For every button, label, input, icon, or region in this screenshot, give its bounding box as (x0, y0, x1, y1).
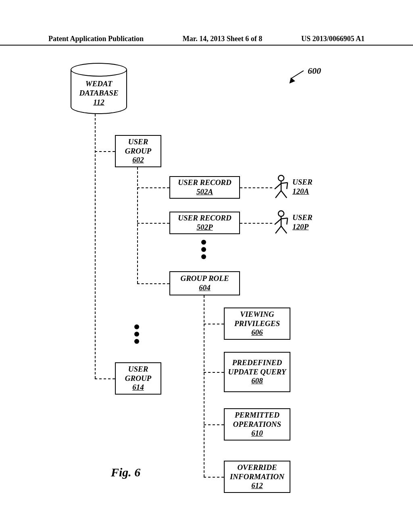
predefined-update-query-608-ref: 608 (251, 376, 263, 386)
reference-arrowhead-icon (287, 77, 295, 85)
user-120a-icon (272, 175, 290, 199)
user-group-614-box: USER GROUP 614 (115, 362, 161, 395)
user-120a-label: USER 120A (292, 178, 313, 196)
user-group-614-ref: 614 (132, 383, 144, 392)
database-cylinder: WEDAT DATABASE 112 (71, 70, 127, 114)
figure-6-diagram: 600 WEDAT DATABASE 112 USER GROUP 602 US… (63, 62, 365, 506)
user-group-602-box: USER GROUP 602 (115, 135, 161, 167)
ellipsis-dots-icon (134, 324, 139, 344)
user-record-502p-box: USER RECORD 502P (169, 212, 240, 234)
user-record-502a-title: USER RECORD (178, 178, 232, 187)
override-information-612-title: OVERRIDE INFORMATION (228, 463, 286, 482)
svg-line-4 (287, 183, 288, 189)
ellipsis-dots-icon (201, 240, 206, 259)
figure-reference-number: 600 (308, 66, 321, 76)
user-record-502a-ref: 502A (196, 187, 213, 197)
database-ref: 112 (71, 98, 127, 107)
group-role-604-box: GROUP ROLE 604 (169, 271, 240, 295)
connector-line (95, 378, 115, 379)
user-120p-label: USER 120P (292, 213, 313, 232)
override-information-612-box: OVERRIDE INFORMATION 612 (224, 461, 290, 493)
connector-line (95, 151, 115, 152)
connector-line (240, 187, 272, 188)
user-group-602-title: USER GROUP (119, 137, 157, 156)
database-title: WEDAT DATABASE (79, 79, 118, 97)
svg-line-5 (275, 191, 281, 198)
svg-line-2 (275, 183, 281, 189)
connector-line (137, 187, 169, 188)
override-information-612-ref: 612 (251, 481, 263, 490)
connector-line (95, 114, 96, 378)
svg-point-0 (278, 175, 284, 181)
connector-line (204, 477, 224, 478)
svg-line-9 (275, 219, 281, 224)
user-group-602-ref: 602 (132, 156, 144, 165)
viewing-privileges-606-title: VIEWING PRIVILEGES (228, 310, 286, 328)
connector-line (204, 372, 224, 373)
group-role-604-title: GROUP ROLE (180, 274, 229, 283)
svg-line-12 (275, 226, 281, 233)
connector-line (204, 424, 224, 425)
svg-line-3 (281, 183, 288, 183)
permitted-operations-610-title: PERMITTED OPERATIONS (228, 411, 286, 429)
connector-line (204, 324, 224, 324)
user-120p-icon (272, 210, 290, 234)
viewing-privileges-606-box: VIEWING PRIVILEGES 606 (224, 308, 290, 340)
connector-line (204, 295, 204, 477)
connector-line (137, 167, 138, 283)
header-center: Mar. 14, 2013 Sheet 6 of 8 (183, 35, 262, 43)
connector-line (137, 223, 169, 224)
header-left: Patent Application Publication (48, 35, 144, 43)
svg-line-13 (281, 226, 287, 233)
svg-line-6 (281, 191, 287, 198)
group-role-604-ref: 604 (199, 283, 211, 293)
page-header: Patent Application Publication Mar. 14, … (0, 35, 413, 46)
viewing-privileges-606-ref: 606 (251, 328, 263, 337)
user-record-502p-title: USER RECORD (178, 214, 232, 223)
connector-line (240, 223, 272, 224)
user-record-502a-box: USER RECORD 502A (169, 176, 240, 199)
reference-lead-line (291, 71, 304, 79)
predefined-update-query-608-title: PREDEFINED UPDATE QUERY (228, 358, 286, 377)
user-group-614-title: USER GROUP (119, 365, 157, 383)
permitted-operations-610-box: PERMITTED OPERATIONS 610 (224, 408, 290, 441)
predefined-update-query-608-box: PREDEFINED UPDATE QUERY 608 (224, 352, 290, 392)
header-right: US 2013/0066905 A1 (301, 35, 365, 43)
user-record-502p-ref: 502P (196, 223, 213, 232)
connector-line (137, 283, 169, 284)
svg-line-11 (287, 218, 288, 224)
svg-point-7 (278, 211, 284, 216)
permitted-operations-610-ref: 610 (251, 429, 263, 438)
figure-caption: Fig. 6 (111, 466, 140, 479)
svg-line-10 (281, 218, 288, 219)
